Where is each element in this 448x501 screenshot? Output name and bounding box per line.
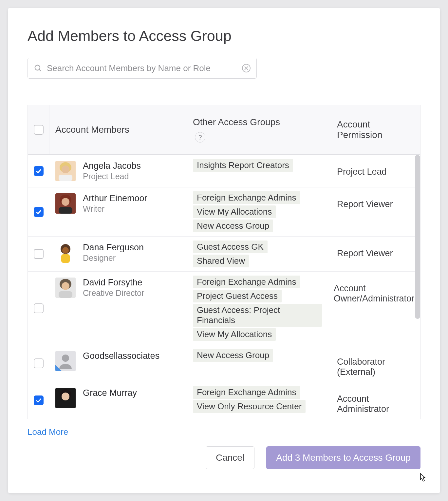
row-checkbox[interactable] <box>34 395 44 405</box>
access-group-tag: New Access Group <box>193 220 273 232</box>
member-name: Grace Murray <box>83 388 137 398</box>
svg-line-1 <box>39 69 41 71</box>
row-checkbox-cell <box>28 272 49 345</box>
member-cell: Dana FergusonDesigner <box>49 237 187 271</box>
access-group-tag: New Access Group <box>193 349 273 362</box>
modal-footer: Load More Cancel Add 3 Members to Access… <box>28 427 420 469</box>
cursor-icon <box>417 472 427 486</box>
cancel-button[interactable]: Cancel <box>206 446 254 469</box>
svg-point-6 <box>62 165 69 173</box>
svg-point-18 <box>62 282 69 290</box>
member-name: David Forsythe <box>83 278 144 288</box>
svg-point-0 <box>35 65 40 70</box>
scrollbar[interactable] <box>415 155 420 319</box>
col-header-members: Account Members <box>49 105 187 154</box>
table-row: Arthur EinemoorWriterForeign Exchange Ad… <box>28 187 420 237</box>
svg-rect-7 <box>59 175 72 181</box>
table-row: Angela JacobsProject LeadInsights Report… <box>28 155 420 187</box>
access-group-tag: Foreign Exchange Admins <box>193 276 300 288</box>
add-members-modal: Add Members to Access Group Account Memb… <box>8 8 440 493</box>
groups-cell: New Access Group <box>187 345 331 382</box>
permission-cell: Account Owner/Administrator <box>328 272 420 345</box>
svg-point-21 <box>62 355 69 362</box>
table-row: GoodsellassociatesNew Access GroupCollab… <box>28 345 420 382</box>
svg-rect-19 <box>59 291 72 298</box>
row-checkbox[interactable] <box>34 207 44 217</box>
clear-search-icon[interactable] <box>242 64 251 72</box>
access-group-tag: Shared View <box>193 255 249 267</box>
member-cell: Goodsellassociates <box>49 345 187 382</box>
member-role: Writer <box>83 204 147 214</box>
row-checkbox-cell <box>28 155 49 187</box>
member-cell: Grace Murray <box>49 382 187 419</box>
member-name: Goodsellassociates <box>83 351 159 361</box>
svg-point-25 <box>62 393 69 400</box>
table-row: Dana FergusonDesignerGuest Access GKShar… <box>28 237 420 272</box>
avatar <box>55 278 76 298</box>
search-field-wrap[interactable] <box>28 58 257 79</box>
groups-cell: Foreign Exchange AdminsProject Guest Acc… <box>187 272 328 345</box>
avatar <box>55 161 76 181</box>
groups-cell: Guest Access GKShared View <box>187 237 331 271</box>
member-name: Angela Jacobs <box>83 161 141 171</box>
col-header-other-groups: Other Access Groups ? <box>187 105 331 154</box>
table-row: Grace MurrayForeign Exchange AdminsView … <box>28 382 420 419</box>
access-group-tag: Foreign Exchange Admins <box>193 386 300 399</box>
svg-rect-26 <box>59 402 72 408</box>
access-group-tag: Project Guest Access <box>193 290 282 302</box>
members-table: Account Members Other Access Groups ? Ac… <box>28 105 420 419</box>
load-more-link[interactable]: Load More <box>28 427 68 437</box>
help-icon[interactable]: ? <box>195 132 205 143</box>
member-cell: Angela JacobsProject Lead <box>49 155 187 187</box>
member-cell: Arthur EinemoorWriter <box>49 187 187 236</box>
table-header: Account Members Other Access Groups ? Ac… <box>28 105 420 155</box>
row-checkbox[interactable] <box>34 166 44 176</box>
access-group-tag: View My Allocations <box>193 205 276 218</box>
svg-rect-15 <box>61 254 70 263</box>
col-header-permission: Account Permission <box>331 105 420 154</box>
permission-cell: Report Viewer <box>331 187 420 236</box>
search-icon <box>34 64 42 72</box>
row-checkbox-cell <box>28 382 49 419</box>
access-group-tag: Insights Report Creators <box>193 159 293 172</box>
groups-cell: Insights Report Creators <box>187 155 331 187</box>
avatar <box>55 193 76 214</box>
member-name: Arthur Einemoor <box>83 193 147 203</box>
svg-point-10 <box>62 198 69 206</box>
avatar <box>55 242 76 263</box>
permission-cell: Account Administrator <box>331 382 420 419</box>
groups-cell: Foreign Exchange AdminsView Only Resourc… <box>187 382 331 419</box>
avatar <box>55 351 76 371</box>
row-checkbox[interactable] <box>34 303 44 313</box>
row-checkbox[interactable] <box>34 249 44 259</box>
search-input[interactable] <box>47 63 237 73</box>
svg-point-14 <box>62 247 69 254</box>
permission-cell: Project Lead <box>331 155 420 187</box>
row-checkbox-cell <box>28 345 49 382</box>
button-row: Cancel Add 3 Members to Access Group <box>28 446 420 469</box>
member-role: Creative Director <box>83 288 144 298</box>
row-checkbox[interactable] <box>34 358 44 368</box>
member-role: Project Lead <box>83 172 141 181</box>
add-members-button[interactable]: Add 3 Members to Access Group <box>266 446 420 469</box>
row-checkbox-cell <box>28 187 49 236</box>
groups-cell: Foreign Exchange AdminsView My Allocatio… <box>187 187 331 236</box>
table-row: David ForsytheCreative DirectorForeign E… <box>28 272 420 345</box>
access-group-tag: Guest Access GK <box>193 241 268 253</box>
access-group-tag: Foreign Exchange Admins <box>193 191 300 204</box>
member-role: Designer <box>83 253 144 263</box>
row-checkbox-cell <box>28 237 49 271</box>
permission-cell: Report Viewer <box>331 237 420 271</box>
modal-title: Add Members to Access Group <box>28 28 420 45</box>
member-name: Dana Ferguson <box>83 242 144 253</box>
select-all-checkbox[interactable] <box>34 125 44 135</box>
table-body: Angela JacobsProject LeadInsights Report… <box>28 155 420 419</box>
access-group-tag: Guest Access: Project Financials <box>193 304 322 327</box>
permission-cell: Collaborator (External) <box>331 345 420 382</box>
svg-rect-11 <box>59 207 72 214</box>
select-all-header <box>28 105 49 154</box>
access-group-tag: View My Allocations <box>193 328 276 341</box>
avatar <box>55 388 76 408</box>
member-cell: David ForsytheCreative Director <box>49 272 187 345</box>
access-group-tag: View Only Resource Center <box>193 400 306 413</box>
